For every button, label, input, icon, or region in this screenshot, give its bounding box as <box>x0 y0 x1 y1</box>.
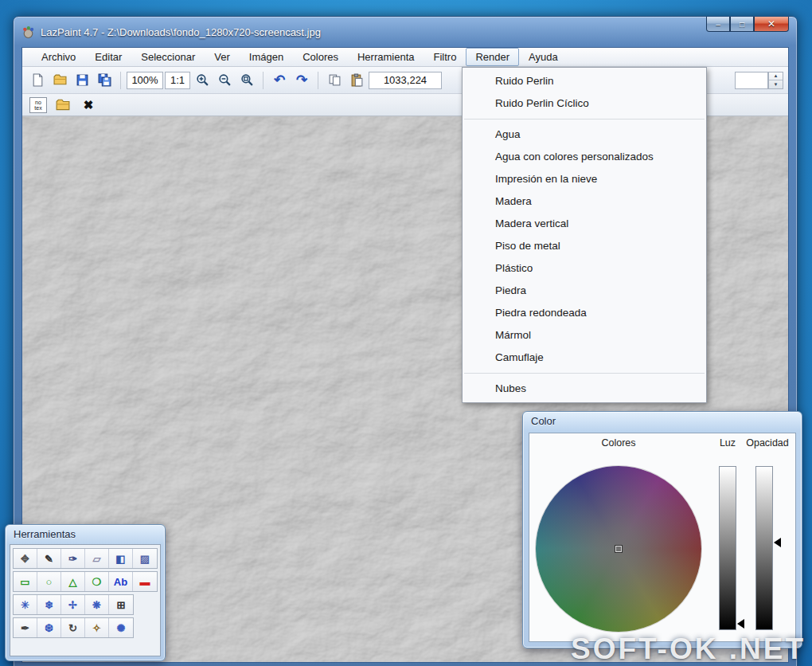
color-window-title[interactable]: Color <box>523 412 802 431</box>
open-folder-icon <box>53 73 67 87</box>
pixel-ratio-button[interactable]: 1:1 <box>165 72 190 89</box>
menu-item-madera-vertical[interactable]: Madera vertical <box>463 213 706 235</box>
tool-brush[interactable]: ✑ <box>61 549 85 568</box>
menu-herramienta[interactable]: Herramienta <box>348 48 424 66</box>
new-file-icon <box>31 73 45 87</box>
tool-deform-rect[interactable]: ✳ <box>14 595 37 614</box>
tool-text[interactable]: Ab <box>109 572 133 591</box>
color-window: Color Colores Luz Opacidad <box>522 411 802 648</box>
opacidad-slider-marker[interactable] <box>774 538 781 547</box>
luz-label: Luz <box>717 437 738 449</box>
menu-bar: Archivo Editar Seleccionar Ver Imágen Co… <box>22 48 788 67</box>
menu-item-ruido-perlin[interactable]: Ruido Perlin <box>463 70 706 92</box>
new-file-button[interactable] <box>27 70 48 91</box>
minimize-button[interactable]: – <box>706 17 730 32</box>
tool-deform-ellipse[interactable]: ❄ <box>37 595 61 614</box>
tool-deform-free[interactable]: ✢ <box>61 595 85 614</box>
menu-item-ruido-perlin-ciclico[interactable]: Ruido Perlin Cíclico <box>463 92 706 115</box>
blur-icon: ❆ <box>45 622 53 634</box>
luz-slider-marker[interactable] <box>737 619 744 629</box>
tool-color-swatch[interactable]: ▬ <box>133 572 157 591</box>
save-button[interactable] <box>72 70 92 91</box>
curve-icon: ❍ <box>92 576 102 588</box>
save-as-button[interactable] <box>94 70 115 91</box>
menu-item-agua[interactable]: Agua <box>463 123 706 146</box>
menu-archivo[interactable]: Archivo <box>32 48 85 66</box>
menu-item-agua-colores[interactable]: Agua con colores personalizados <box>463 146 706 168</box>
grid-size-field[interactable] <box>735 72 768 89</box>
ellipse-icon: ○ <box>46 576 53 588</box>
menu-item-plastico[interactable]: Plástico <box>463 257 706 280</box>
menu-item-nubes[interactable]: Nubes <box>463 378 706 400</box>
menu-ver[interactable]: Ver <box>205 48 240 66</box>
open-texture-folder-icon <box>56 98 70 112</box>
copy-button[interactable] <box>324 70 345 91</box>
tool-clone[interactable]: ✒ <box>14 618 37 637</box>
undo-button[interactable]: ↶ <box>269 70 290 91</box>
opacidad-label: Opacidad <box>743 437 792 449</box>
tools-window-title[interactable]: Herramientas <box>6 525 165 544</box>
menu-imagen[interactable]: Imágen <box>240 48 293 66</box>
tool-deformation-grid[interactable]: ⊞ <box>109 595 133 614</box>
maximize-button[interactable]: □ <box>730 17 754 32</box>
menu-item-camuflaje[interactable]: Camuflaje <box>463 347 706 369</box>
toolbar-separator <box>263 72 264 89</box>
tool-ellipse[interactable]: ○ <box>37 572 61 591</box>
tool-hand[interactable]: ✥ <box>14 549 37 568</box>
tool-pencil[interactable]: ✎ <box>37 549 61 568</box>
tool-magic-wand[interactable]: ✺ <box>109 618 133 637</box>
menu-editar[interactable]: Editar <box>85 48 131 66</box>
tool-blur[interactable]: ❆ <box>37 618 61 637</box>
tool-curve[interactable]: ❍ <box>85 572 109 591</box>
menu-filtro[interactable]: Filtro <box>424 48 466 66</box>
no-texture-label-1: no <box>35 100 41 105</box>
spin-up-button[interactable]: ▲ <box>769 72 783 80</box>
color-wheel[interactable] <box>536 466 701 632</box>
redo-button[interactable]: ↷ <box>291 70 312 91</box>
menu-item-madera[interactable]: Madera <box>463 190 706 213</box>
menu-seleccionar[interactable]: Seleccionar <box>131 48 205 66</box>
zoom-out-icon <box>218 73 232 87</box>
no-texture-button[interactable]: no tex <box>29 97 47 113</box>
opacidad-slider[interactable] <box>755 466 773 630</box>
paste-button[interactable] <box>346 70 367 91</box>
deform-rect-icon: ✳ <box>21 599 29 611</box>
zoom-in-button[interactable] <box>192 70 213 91</box>
tool-floodfill[interactable]: ◧ <box>109 549 133 568</box>
tool-rotate-selection[interactable]: ↻ <box>61 618 85 637</box>
menu-item-piedra-redondeada[interactable]: Piedra redondeada <box>463 302 706 324</box>
delete-texture-button[interactable]: ✖ <box>79 96 98 115</box>
hand-icon: ✥ <box>21 553 29 565</box>
coordinates-field[interactable]: 1033,224 <box>369 72 442 89</box>
color-wheel-cursor[interactable] <box>615 546 622 552</box>
app-icon <box>21 25 35 39</box>
zoom-level-field[interactable]: 100% <box>127 72 163 89</box>
tool-eraser[interactable]: ▱ <box>85 549 109 568</box>
spin-down-button[interactable]: ▼ <box>769 80 783 88</box>
menu-render[interactable]: Render <box>466 48 519 66</box>
open-file-button[interactable] <box>49 70 70 91</box>
zoom-out-button[interactable] <box>214 70 235 91</box>
pipette-icon: ✧ <box>92 622 101 634</box>
brush-icon: ✑ <box>68 553 77 565</box>
tool-deform-pen[interactable]: ❋ <box>85 595 109 614</box>
titlebar[interactable]: LazPaint 4.7 - Z:\Downloads\fondo_1280x7… <box>14 17 797 47</box>
zoom-fit-icon <box>240 73 254 87</box>
tool-row-3: ✳ ❄ ✢ ❋ ⊞ <box>13 594 134 615</box>
menu-item-piedra[interactable]: Piedra <box>463 280 706 302</box>
zoom-fit-button[interactable] <box>236 70 257 91</box>
menu-colores[interactable]: Colores <box>293 48 348 66</box>
tool-rectangle[interactable]: ▭ <box>14 572 37 591</box>
tool-gradient[interactable]: ▨ <box>133 549 157 568</box>
redo-icon: ↷ <box>296 73 307 87</box>
load-texture-button[interactable] <box>53 96 72 115</box>
menu-item-piso-de-metal[interactable]: Piso de metal <box>463 235 706 257</box>
close-button[interactable]: ✕ <box>754 17 789 32</box>
luz-slider[interactable] <box>719 466 736 630</box>
tool-polygon[interactable]: △ <box>61 572 85 591</box>
undo-icon: ↶ <box>274 73 285 87</box>
menu-item-impresion-nieve[interactable]: Impresión en la nieve <box>463 168 706 190</box>
menu-ayuda[interactable]: Ayuda <box>519 48 568 66</box>
menu-item-marmol[interactable]: Mármol <box>463 324 706 347</box>
tool-pipette[interactable]: ✧ <box>85 618 109 637</box>
